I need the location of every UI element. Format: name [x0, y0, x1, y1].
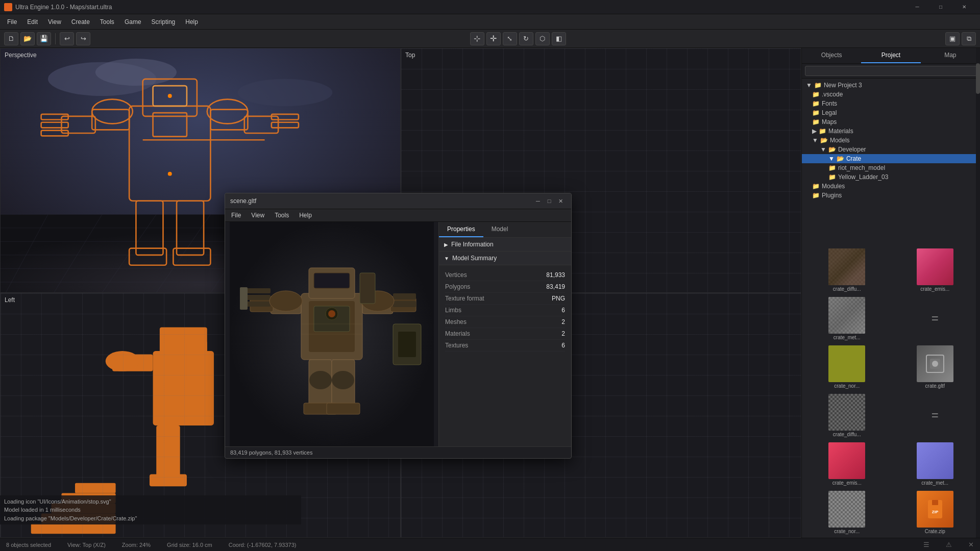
thumb-label: crate_diffu...	[833, 286, 861, 292]
svg-rect-82	[245, 295, 271, 300]
model-summary-section-header[interactable]: ▼ Model Summary	[439, 252, 571, 265]
maximize-button[interactable]: □	[929, 0, 952, 14]
tree-modules[interactable]: 📁 Modules	[802, 182, 980, 191]
scale-tool-button[interactable]: ⤡	[503, 32, 517, 45]
svg-rect-83	[245, 302, 271, 307]
open-button[interactable]: 📂	[20, 32, 35, 45]
modal-menu-help[interactable]: Help	[295, 210, 316, 220]
prop-key: Texture format	[445, 295, 484, 302]
right-panel-tabs: Objects Project Map	[802, 48, 980, 64]
status-icon-warn[interactable]: ⚠	[946, 541, 952, 548]
thumb-crate-met1[interactable]: crate_met...	[804, 295, 890, 342]
modal-footer: 83,419 polygons, 81,933 vertices	[225, 446, 571, 458]
rotate-tool-button[interactable]: ↻	[519, 32, 533, 45]
thumb-preview	[828, 394, 865, 431]
modal-title: scene.gltf	[230, 197, 532, 205]
expand-arrow: ▶	[444, 242, 448, 247]
model-summary-content: Vertices 81,933 Polygons 83,419 Texture …	[439, 265, 571, 356]
tree-label: Modules	[822, 183, 845, 190]
window-title: Ultra Engine 1.0.0 - Maps/start.ultra	[15, 4, 905, 11]
cam-tool-button[interactable]: ◧	[552, 32, 566, 45]
right-panel: Objects Project Map ▼ 📁 New Project 3 📁 …	[801, 48, 980, 538]
new-button[interactable]: 🗋	[4, 32, 18, 45]
tree-models[interactable]: ▼ 📂 Models	[802, 136, 980, 145]
save-button[interactable]: 💾	[37, 32, 51, 45]
svg-point-92	[332, 371, 354, 389]
select-tool-button[interactable]: ⊹	[470, 32, 484, 45]
modal-tab-properties[interactable]: Properties	[439, 222, 483, 237]
modal-menu-tools[interactable]: Tools	[271, 210, 293, 220]
modal-maximize-button[interactable]: □	[544, 196, 555, 206]
search-area	[802, 64, 980, 79]
thumb-label: crate.gltf	[925, 383, 945, 389]
modal-menu-view[interactable]: View	[247, 210, 268, 220]
thumb-preview	[917, 442, 953, 479]
thumb-crate-gltf[interactable]: crate.gltf	[892, 344, 978, 390]
undo-button[interactable]: ↩	[60, 32, 74, 45]
coord-text: Coord: (-1.67602, 7.93373)	[229, 542, 297, 548]
menu-edit[interactable]: Edit	[22, 16, 43, 28]
thumb-crate-emis2[interactable]: crate_emis...	[804, 441, 890, 487]
tab-project[interactable]: Project	[861, 48, 920, 63]
tree-vscode[interactable]: 📁 .vscode	[802, 90, 980, 99]
file-info-section-header[interactable]: ▶ File Information	[439, 238, 571, 252]
menu-file[interactable]: File	[2, 16, 22, 28]
redo-button[interactable]: ↪	[76, 32, 90, 45]
tree-new-project[interactable]: ▼ 📁 New Project 3	[802, 81, 980, 90]
tree-crate[interactable]: ▼ 📂 Crate	[802, 154, 980, 163]
tree-legal[interactable]: 📁 Legal	[802, 108, 980, 117]
minimize-button[interactable]: ─	[905, 0, 929, 14]
close-button[interactable]: ✕	[952, 0, 976, 14]
status-icon-list[interactable]: ☰	[923, 541, 929, 548]
tree-label: Materials	[828, 128, 853, 135]
scrollbar-thumb[interactable]	[976, 63, 980, 94]
svg-point-16	[95, 59, 177, 86]
move-tool-button[interactable]: ✛	[486, 32, 501, 45]
menu-tools[interactable]: Tools	[95, 16, 119, 28]
thumb-crate-met2[interactable]: crate_met...	[892, 441, 978, 487]
menu-game[interactable]: Game	[119, 16, 146, 28]
modal-menu-file[interactable]: File	[227, 210, 245, 220]
tree-riot-mech[interactable]: 📁 riot_mech_model	[802, 163, 980, 172]
modal-preview[interactable]	[225, 222, 438, 446]
folder-icon: 📁	[814, 82, 822, 89]
tree-maps[interactable]: 📁 Maps	[802, 117, 980, 127]
svg-rect-71	[932, 500, 938, 505]
layout1-button[interactable]: ▣	[945, 32, 960, 45]
thumb-crate-diffu3[interactable]: crate_diffu...	[804, 392, 890, 439]
right-panel-scrollbar[interactable]	[976, 48, 980, 538]
menu-help[interactable]: Help	[180, 16, 203, 28]
modal-close-button[interactable]: ✕	[555, 196, 566, 206]
status-icon-x[interactable]: ✕	[968, 541, 974, 548]
thumb-preview	[828, 491, 865, 528]
tree-developer[interactable]: ▼ 📂 Developer	[802, 145, 980, 154]
thumb-crate-zip[interactable]: ZIP Crate.zip	[892, 489, 978, 536]
tree-fonts[interactable]: 📁 Fonts	[802, 99, 980, 108]
svg-rect-94	[327, 403, 360, 414]
toolbar: 🗋 📂 💾 ↩ ↪ ⊹ ✛ ⤡ ↻ ⬡ ◧ ▣ ⧉	[0, 30, 980, 48]
prop-materials: Materials 2	[445, 328, 565, 340]
tree-materials[interactable]: ▶ 📁 Materials	[802, 127, 980, 136]
thumb-crate-nor2[interactable]: crate_nor...	[804, 489, 890, 536]
search-input[interactable]	[805, 66, 977, 76]
thumb-crate-diffu1[interactable]: crate_diffu...	[804, 247, 890, 293]
layout2-button[interactable]: ⧉	[962, 32, 976, 45]
menu-scripting[interactable]: Scripting	[146, 16, 181, 28]
modal-minimize-button[interactable]: ─	[532, 196, 544, 206]
modal-tab-model[interactable]: Model	[483, 222, 517, 237]
thumb-crate-nor[interactable]: crate_nor...	[804, 344, 890, 390]
geo-tool-button[interactable]: ⬡	[535, 32, 550, 45]
tree-yellow-ladder[interactable]: 📁 Yellow_Ladder_03	[802, 172, 980, 182]
tab-map[interactable]: Map	[921, 48, 980, 63]
thumb-crate-emis1[interactable]: crate_emis...	[892, 247, 978, 293]
tab-objects[interactable]: Objects	[802, 48, 861, 63]
modal-info-panel: Properties Model ▶ File Information ▼ Mo…	[438, 222, 571, 446]
prop-key: Meshes	[445, 318, 467, 325]
modal-window: scene.gltf ─ □ ✕ File View Tools Help	[225, 193, 572, 459]
section-title: Model Summary	[452, 255, 497, 262]
svg-point-69	[932, 361, 938, 367]
menu-view[interactable]: View	[43, 16, 66, 28]
modal-titlebar: scene.gltf ─ □ ✕	[225, 193, 571, 209]
menu-create[interactable]: Create	[66, 16, 95, 28]
tree-plugins[interactable]: 📁 Plugins	[802, 191, 980, 200]
